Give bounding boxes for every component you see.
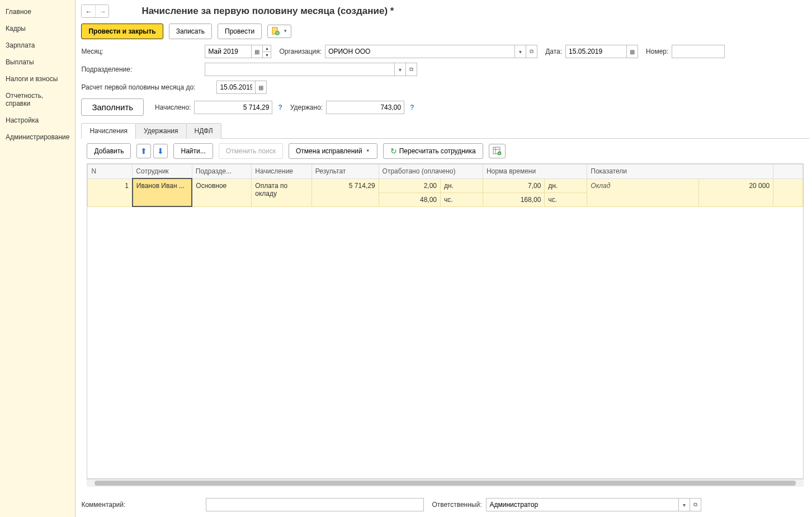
subdivision-input[interactable] [205,63,395,76]
sidebar-item-payments[interactable]: Выплаты [0,54,75,70]
payslip-button[interactable]: ▼ [267,25,291,38]
arrow-up-icon: ⬆ [140,147,147,156]
cell-indicator-name[interactable]: Оклад [587,178,699,206]
sidebar-item-reports[interactable]: Отчетность, справки [0,87,75,112]
tabstrip: Начисления Удержания НДФЛ [81,123,809,139]
cell-subdivision[interactable]: Основное [192,178,252,206]
sidebar-item-main[interactable]: Главное [0,3,75,20]
grid-toolbar: Добавить ⬆ ⬇ Найти... Отменить поиск Отм… [81,139,809,163]
grid-header-row: N Сотрудник Подразде... Начисление Резул… [88,164,803,179]
tab-ndfl[interactable]: НДФЛ [186,123,221,139]
sidebar-item-personnel[interactable]: Кадры [0,20,75,37]
chevron-down-icon: ▾ [683,502,686,508]
cell-worked-hours-unit: чс. [441,192,483,206]
cancel-search-button: Отменить поиск [219,143,283,159]
responsible-open-button[interactable]: ⧉ [690,498,701,511]
cell-norm-days-unit: дн. [545,178,587,192]
cell-worked-hours[interactable]: 48,00 [379,192,440,206]
grid-hscrollbar[interactable] [87,479,804,487]
org-label: Организация: [279,48,322,55]
month-spinner: ▲ ▼ [263,45,271,58]
calc-to-input-group: ▦ [216,81,267,94]
cell-norm-hours[interactable]: 168,00 [483,192,544,206]
sidebar-item-taxes[interactable]: Налоги и взносы [0,70,75,87]
withheld-help-icon[interactable]: ? [408,104,416,111]
cell-extra[interactable] [773,178,803,206]
org-input[interactable] [325,45,515,58]
post-button[interactable]: Провести [218,24,262,39]
recalculate-employee-button[interactable]: ↻ Пересчитать сотрудника [383,143,483,159]
save-button[interactable]: Записать [169,24,212,39]
org-open-button[interactable]: ⧉ [526,45,537,58]
nav-buttons: ← → [81,4,109,18]
calendar-icon: ▦ [630,49,635,55]
cancel-corrections-button[interactable]: Отмена исправлений ▼ [289,143,377,159]
month-input[interactable] [205,45,252,58]
col-indicators[interactable]: Показатели [587,164,773,179]
cell-indicator-value[interactable]: 20 000 [698,178,773,206]
titlebar: ← → Начисление за первую половину месяца… [81,4,809,18]
sidebar-item-salary[interactable]: Зарплата [0,37,75,54]
accrued-help-icon[interactable]: ? [276,104,284,111]
chevron-down-icon: ▾ [519,49,522,55]
move-up-button[interactable]: ⬆ [136,144,151,158]
arrow-left-icon: ← [85,7,92,16]
date-calendar-button[interactable]: ▦ [627,45,638,58]
comment-input[interactable] [206,498,424,511]
table-settings-icon: + [493,147,502,156]
move-down-button[interactable]: ⬇ [153,144,168,158]
col-n[interactable]: N [88,164,133,179]
nav-back-button[interactable]: ← [82,5,95,17]
calc-to-input[interactable] [216,81,256,94]
col-accrual[interactable]: Начисление [252,164,311,179]
comment-label: Комментарий: [81,501,201,509]
col-extra[interactable] [773,164,803,179]
cell-worked-days-unit: дн. [441,178,483,192]
cell-result[interactable]: 5 714,29 [311,178,379,206]
col-result[interactable]: Результат [311,164,379,179]
sidebar-item-admin[interactable]: Администрирование [0,129,75,145]
cell-worked-days[interactable]: 2,00 [379,178,440,192]
responsible-input-group: ▾ ⧉ [486,498,701,511]
date-input-group: ▦ [565,45,638,58]
cell-accrual[interactable]: Оплата по окладу [252,178,311,206]
tab-accruals[interactable]: Начисления [81,123,136,139]
responsible-dropdown-button[interactable]: ▾ [679,498,690,511]
document-icon [271,27,280,36]
accrued-input[interactable] [194,101,272,114]
accruals-grid: N Сотрудник Подразде... Начисление Резул… [87,164,803,207]
date-input[interactable] [565,45,627,58]
cell-norm-hours-unit: чс. [545,192,587,206]
col-worked[interactable]: Отработано (оплачено) [379,164,483,179]
grid-settings-button[interactable]: + [489,144,506,158]
cell-n[interactable]: 1 [88,178,133,206]
cell-employee[interactable]: Иванов Иван ... [133,178,192,206]
responsible-label: Ответственный: [432,501,481,509]
post-and-close-button[interactable]: Провести и закрыть [81,24,163,39]
month-spinner-down[interactable]: ▼ [263,51,271,58]
month-calendar-button[interactable]: ▦ [252,45,263,58]
cell-norm-days[interactable]: 7,00 [483,178,544,192]
add-row-button[interactable]: Добавить [87,143,131,159]
withheld-input[interactable] [326,101,404,114]
find-button[interactable]: Найти... [173,143,213,159]
subdivision-open-button[interactable]: ⧉ [406,63,417,76]
month-spinner-up[interactable]: ▲ [263,45,271,51]
fill-button[interactable]: Заполнить [81,98,144,116]
responsible-input[interactable] [486,498,679,511]
document-toolbar: Провести и закрыть Записать Провести ▼ [81,24,809,39]
col-subdivision[interactable]: Подразде... [192,164,252,179]
calc-to-calendar-button[interactable]: ▦ [256,81,267,94]
org-dropdown-button[interactable]: ▾ [515,45,526,58]
col-norm[interactable]: Норма времени [483,164,587,179]
col-employee[interactable]: Сотрудник [133,164,192,179]
grid-row[interactable]: 1 Иванов Иван ... Основное Оплата по окл… [88,178,803,192]
sidebar-item-settings[interactable]: Настройка [0,112,75,129]
subdivision-dropdown-button[interactable]: ▾ [395,63,406,76]
scrollbar-thumb[interactable] [95,481,796,486]
nav-forward-button[interactable]: → [95,5,108,17]
number-input[interactable] [672,45,725,58]
tab-deductions[interactable]: Удержания [135,123,187,139]
grid-container[interactable]: N Сотрудник Подразде... Начисление Резул… [87,163,804,479]
chevron-down-icon: ▼ [283,27,287,36]
